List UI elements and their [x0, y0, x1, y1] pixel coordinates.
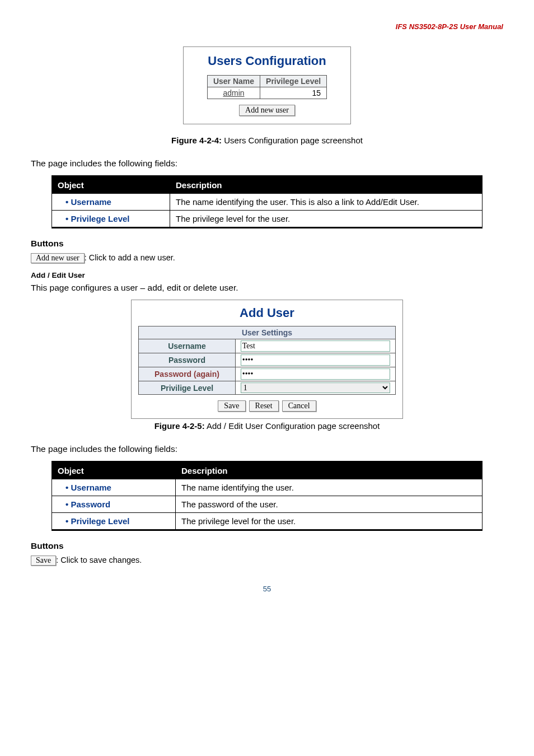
label-priv-level: Privilige Level: [139, 381, 236, 395]
user-admin-link[interactable]: admin: [223, 88, 244, 97]
add-new-user-button[interactable]: Add new user: [239, 105, 295, 116]
password-field[interactable]: [241, 354, 391, 366]
label-username: Username: [139, 339, 236, 353]
figure-4-2-5-prefix: Figure 4-2-5:: [154, 421, 205, 431]
desc2-password: The password of the user.: [176, 496, 483, 513]
obj-username: Username: [52, 194, 170, 211]
figure-4-2-4-caption: Figure 4-2-4: Users Configuration page s…: [31, 136, 503, 145]
col-privlevel: Privilege Level: [260, 76, 327, 87]
user-settings-section: User Settings: [139, 326, 396, 339]
users-config-table: User Name Privilege Level admin 15: [207, 75, 327, 99]
desc2-privlevel: The privilege level for the user.: [176, 513, 483, 530]
priv-level-select[interactable]: 1: [241, 382, 391, 393]
desc2-username: The name identifying the user.: [176, 479, 483, 496]
label-password: Password: [139, 353, 236, 367]
save-desc: : Click to save changes.: [56, 556, 142, 564]
user-admin-level: 15: [260, 87, 327, 99]
cancel-button[interactable]: Cancel: [282, 400, 316, 412]
desc-username: The name identifying the user. This is a…: [170, 194, 483, 211]
users-config-title: Users Configuration: [191, 54, 343, 68]
object-table-1: Object Description Username The name ide…: [51, 175, 483, 228]
obj2-password: Password: [52, 496, 176, 513]
obj2-username: Username: [52, 479, 176, 496]
add-user-panel: Add User User Settings Username Password…: [131, 300, 403, 419]
obj2-privlevel: Privilege Level: [52, 513, 176, 530]
obj-header-2: Object: [52, 462, 176, 479]
save-button[interactable]: Save: [218, 400, 245, 412]
buttons-heading-1: Buttons: [31, 239, 503, 249]
username-field[interactable]: [241, 340, 391, 352]
figure-4-2-4-prefix: Figure 4-2-4:: [171, 136, 222, 145]
page-number: 55: [31, 585, 503, 593]
desc-header-2: Description: [176, 462, 483, 479]
save-inline-button[interactable]: Save: [31, 556, 56, 566]
users-config-panel: Users Configuration User Name Privilege …: [183, 46, 351, 124]
buttons-heading-2: Buttons: [31, 541, 503, 551]
add-new-user-desc: : Click to add a new user.: [85, 253, 175, 262]
col-username: User Name: [207, 76, 260, 87]
desc-header: Description: [170, 176, 483, 194]
doc-header: IFS NS3502-8P-2S User Manual: [31, 22, 503, 31]
label-password-again: Password (again): [139, 367, 236, 381]
obj-header: Object: [52, 176, 170, 194]
desc-privlevel: The privilege level for the user.: [170, 211, 483, 228]
includes-fields-2: The page includes the following fields:: [31, 444, 503, 454]
add-edit-intro: This page configures a user – add, edit …: [31, 283, 503, 293]
password-again-field[interactable]: [241, 368, 391, 380]
object-table-2: Object Description Username The name ide…: [51, 461, 483, 531]
reset-button[interactable]: Reset: [249, 400, 279, 412]
add-edit-user-heading: Add / Edit User: [31, 271, 503, 279]
obj-privlevel: Privilege Level: [52, 211, 170, 228]
includes-fields-1: The page includes the following fields:: [31, 158, 503, 169]
add-new-user-inline-button[interactable]: Add new user: [31, 253, 85, 263]
figure-4-2-5-caption: Figure 4-2-5: Add / Edit User Configurat…: [31, 421, 503, 431]
add-user-title: Add User: [138, 306, 396, 320]
